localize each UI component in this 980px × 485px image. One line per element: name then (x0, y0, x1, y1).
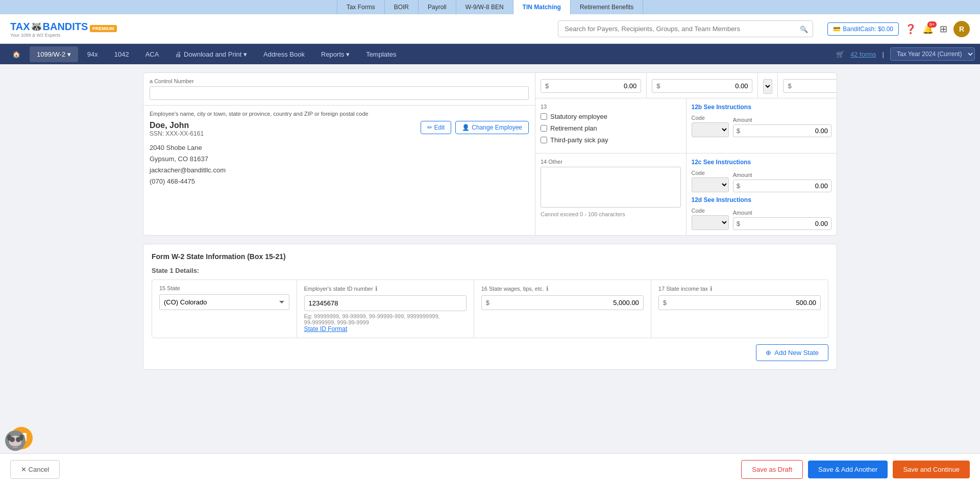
employee-action-buttons: ✏ Edit 👤 Change Employee (421, 121, 529, 134)
nav-aca[interactable]: ACA (138, 46, 166, 62)
dollar-12b: $ (737, 127, 740, 135)
box12c-section: 12c See Instructions Code Amount $ (692, 159, 832, 192)
topnav-boir[interactable]: BOIR (385, 0, 419, 14)
state1-label: State 1 Details: (152, 267, 828, 274)
topnav-retirement[interactable]: Retirement Benefits (571, 0, 643, 14)
box16-info-icon: ℹ (546, 285, 549, 292)
banditcash-button[interactable]: 💳 BanditCash: $0.00 (827, 22, 899, 36)
box12d-title[interactable]: 12d See Instructions (692, 196, 832, 203)
dollar-sign-2: $ (656, 82, 660, 90)
state-id-format-link[interactable]: State ID Format (304, 325, 348, 333)
box14-12cd-row: 14 Other Cannot exceed 0 - 100 character… (535, 154, 837, 235)
box12c-code-amount: Code Amount $ (692, 170, 832, 192)
box12c-amount-col: Amount $ (733, 172, 831, 192)
add-new-state-button[interactable]: ⊕ Add New State (756, 344, 828, 361)
premium-badge: PREMIUM (90, 25, 117, 32)
money-field-1: $ (541, 79, 641, 93)
checkbox-retirement: Retirement plan (541, 124, 681, 132)
nav-reports[interactable]: Reports ▾ (314, 46, 357, 62)
box12b-title[interactable]: 12b See Instructions (692, 104, 832, 111)
money-field-4: $ (783, 79, 837, 93)
nav-1042[interactable]: 1042 (107, 46, 136, 62)
retirement-label: Retirement plan (550, 124, 597, 132)
money-input-2[interactable] (662, 82, 748, 90)
money-input-4[interactable] (794, 82, 837, 90)
topnav-taxforms[interactable]: Tax Forms (337, 0, 385, 14)
nav-home[interactable]: 🏠 (5, 46, 28, 62)
box12c-title[interactable]: 12c See Instructions (692, 159, 832, 166)
box12d-code-select[interactable] (692, 215, 729, 230)
topnav-tin-matching[interactable]: TIN Matching (513, 0, 571, 14)
box12c-code-select[interactable] (692, 177, 729, 192)
wallet-icon: 💳 (833, 25, 841, 33)
state-cell-17: 17 State income tax ℹ $ (651, 280, 828, 338)
box12b-code-col: Code (692, 115, 729, 137)
box12c-code-label: Code (692, 170, 729, 176)
box12b-amount-input[interactable] (742, 127, 828, 135)
thirdparty-checkbox[interactable] (541, 137, 547, 143)
box12d-code-amount: Code Amount $ (692, 208, 832, 230)
notifications-icon[interactable]: 🔔 9+ (922, 23, 934, 35)
field-cell-4: $ (778, 73, 837, 98)
box14-textarea[interactable] (541, 167, 681, 208)
box16-input[interactable] (492, 299, 639, 307)
employer-id-info-icon: ℹ (375, 285, 378, 292)
retirement-checkbox[interactable] (541, 125, 547, 132)
box15-label: 15 State (159, 285, 289, 291)
nav-download-print[interactable]: 🖨 Download and Print ▾ (168, 46, 254, 62)
avatar[interactable]: R (953, 21, 970, 37)
dollar-sign-1: $ (545, 82, 549, 90)
change-employee-label: Change Employee (472, 124, 522, 131)
state-select-15[interactable]: (CO) Colorado (159, 294, 289, 310)
box12b-code-select[interactable] (692, 122, 729, 137)
box12c-amount-input[interactable] (742, 182, 828, 190)
search-bar: 🔍 (558, 20, 813, 37)
box12b-amount-field: $ (733, 124, 831, 137)
employer-state-id-input[interactable] (304, 295, 467, 311)
nav-address-book[interactable]: Address Book (256, 46, 312, 62)
employee-phone: (070) 468-4475 (150, 176, 529, 187)
box17-input[interactable] (669, 299, 816, 307)
box14-label: 14 Other (541, 159, 681, 165)
employee-ssn: SSN: XXX-XX-6161 (150, 130, 204, 137)
control-number-input[interactable] (150, 86, 529, 100)
tax-year-selector[interactable]: Tax Year 2024 (Current) (890, 47, 975, 61)
box17-dollar: $ (663, 299, 667, 307)
employee-address: 2040 Shobe Lane Gypsum, CO 81637 jackrac… (150, 142, 529, 187)
logo-tagline: Your 1099 & W2 Experts (10, 33, 117, 38)
box12c-amount-label: Amount (733, 172, 831, 178)
box12d-amount-input[interactable] (742, 220, 828, 227)
search-input[interactable] (558, 20, 813, 37)
state-row-1: 15 State (CO) Colorado Employer's state … (152, 279, 828, 338)
dropdown-field-3[interactable] (763, 79, 772, 94)
box12b-amount-col: Amount $ (733, 117, 831, 137)
box12d-amount-field: $ (733, 217, 831, 230)
dollar-12c: $ (737, 182, 740, 190)
state-cell-employer-id: Employer's state ID number ℹ Eg: 9999999… (297, 280, 474, 338)
edit-employee-button[interactable]: ✏ Edit (421, 121, 451, 134)
nav-94x[interactable]: 94x (80, 46, 105, 62)
money-input-1[interactable] (551, 82, 636, 90)
nav-1099-w2[interactable]: 1099/W-2 ▾ (30, 46, 78, 62)
main-navigation: 🏠 1099/W-2 ▾ 94x 1042 ACA 🖨 Download and… (0, 44, 980, 64)
help-icon[interactable]: ❓ (905, 23, 916, 35)
cart-link[interactable]: 42 forms (850, 50, 876, 58)
topnav-w9[interactable]: W-9/W-8 BEN (456, 0, 513, 14)
form-right-column: $ $ (535, 73, 837, 235)
box12d-code-col: Code (692, 208, 729, 230)
main-form-layout: a Control Number Employee's name, city o… (143, 72, 837, 236)
statutory-checkbox[interactable] (541, 113, 547, 120)
nav-templates[interactable]: Templates (359, 46, 403, 62)
box16-money-field: $ (481, 295, 644, 310)
cart-separator: | (883, 50, 884, 58)
control-number-area: a Control Number (143, 73, 535, 106)
field-cell-1: $ (535, 73, 647, 98)
employee-name-header: Doe, John SSN: XXX-XX-6161 ✏ Edit 👤 Chan… (150, 121, 529, 140)
topnav-payroll[interactable]: Payroll (419, 0, 456, 14)
box12b-code-amount: Code Amount $ (692, 115, 832, 137)
apps-icon[interactable]: ⊞ (940, 23, 947, 35)
state-cell-16: 16 State wages, tips, etc. ℹ $ (474, 280, 651, 338)
box12cd-area: 12c See Instructions Code Amount $ (687, 154, 837, 235)
change-employee-button[interactable]: 👤 Change Employee (455, 121, 529, 134)
cart-area: 🛒 42 forms | Tax Year 2024 (Current) (836, 47, 975, 61)
